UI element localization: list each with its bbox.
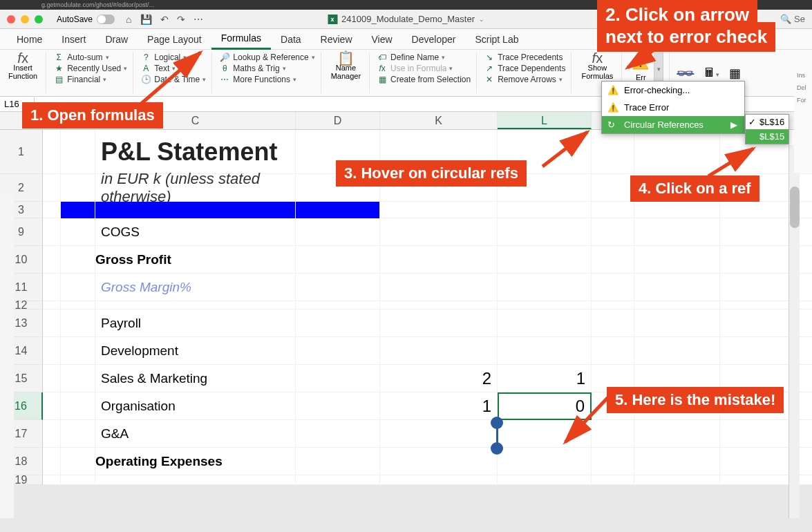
financial-button[interactable]: ▤Financial▾: [53, 75, 127, 84]
cell-L12[interactable]: [498, 301, 592, 310]
cell-A13[interactable]: [43, 310, 61, 337]
cell-A18[interactable]: [43, 448, 61, 475]
minimize-window-button[interactable]: [21, 15, 29, 23]
cell-A2[interactable]: [43, 174, 61, 202]
cell-M10[interactable]: [592, 246, 634, 274]
cell-N19[interactable]: [634, 475, 720, 485]
tab-insert[interactable]: Insert: [52, 30, 95, 49]
cell-M1[interactable]: [592, 130, 634, 174]
cell-L13[interactable]: [498, 310, 592, 337]
col-header-D[interactable]: D: [296, 112, 380, 129]
use-in-formula-button[interactable]: fxUse in Formula▾: [377, 64, 471, 73]
cell-O10[interactable]: [720, 246, 797, 274]
cell-B17[interactable]: [61, 420, 95, 448]
cell-K15[interactable]: 2: [380, 365, 498, 392]
cell-K12[interactable]: [380, 301, 498, 310]
undo-icon[interactable]: ↶: [160, 14, 169, 25]
insert-function-button[interactable]: fx Insert Function: [6, 53, 40, 82]
cell-B16[interactable]: [61, 392, 95, 420]
cell-N14[interactable]: [634, 337, 720, 365]
tab-view[interactable]: View: [362, 30, 402, 49]
cell-L14[interactable]: [498, 337, 592, 365]
cell-O18[interactable]: [720, 448, 797, 475]
cell-D11[interactable]: [296, 274, 380, 301]
cell-D19[interactable]: [296, 475, 380, 485]
cell-M11[interactable]: [592, 274, 634, 301]
tab-formulas[interactable]: Formulas: [211, 28, 271, 50]
cell-C13[interactable]: Payroll: [95, 310, 296, 337]
cell-L19[interactable]: [498, 475, 592, 485]
col-header-L[interactable]: L: [498, 112, 592, 129]
cell-M18[interactable]: [592, 448, 634, 475]
cell-N18[interactable]: [634, 448, 720, 475]
tab-developer[interactable]: Developer: [402, 30, 466, 49]
autosave-toggle[interactable]: AutoSave: [57, 15, 115, 24]
cell-O13[interactable]: [720, 310, 797, 337]
cell-O12[interactable]: [720, 301, 797, 310]
save-icon[interactable]: 💾: [140, 14, 152, 25]
lookup-ref-button[interactable]: 🔎Lookup & Reference▾: [219, 53, 314, 62]
search-button[interactable]: 🔍 Se: [780, 14, 805, 24]
cell-O3[interactable]: [720, 202, 797, 218]
cell-B15[interactable]: [61, 365, 95, 392]
ref-item-L15[interactable]: $L$15: [746, 129, 789, 144]
recently-used-button[interactable]: ★Recently Used▾: [53, 64, 127, 73]
cell-C2[interactable]: in EUR k (unless stated otherwise): [95, 174, 296, 202]
cell-A12[interactable]: [43, 301, 61, 310]
redo-icon[interactable]: ↷: [177, 14, 185, 25]
cell-K17[interactable]: [380, 420, 498, 448]
cell-D9[interactable]: [296, 218, 380, 246]
cell-O17[interactable]: [720, 420, 797, 448]
cell-K19[interactable]: [380, 475, 498, 485]
cell-A17[interactable]: [43, 420, 61, 448]
cell-B14[interactable]: [61, 337, 95, 365]
menu-trace-error[interactable]: ⚠️ Trace Error: [602, 99, 744, 116]
cell-C17[interactable]: G&A: [95, 420, 296, 448]
autosave-switch[interactable]: [97, 15, 115, 24]
tab-home[interactable]: Home: [7, 30, 52, 49]
cell-D15[interactable]: [296, 365, 380, 392]
tab-page-layout[interactable]: Page Layout: [138, 30, 211, 49]
cell-B19[interactable]: [61, 475, 95, 485]
maths-trig-button[interactable]: θMaths & Trig▾: [219, 64, 314, 73]
cell-D13[interactable]: [296, 310, 380, 337]
document-title[interactable]: x 241009_Modulate_Demo_Master ⌄: [328, 14, 484, 24]
trace-dependents-button[interactable]: ↗Trace Dependents: [484, 64, 565, 73]
scroll-thumb[interactable]: [790, 187, 800, 228]
define-name-button[interactable]: 🏷Define Name▾: [377, 53, 471, 62]
cell-L3[interactable]: [498, 202, 592, 218]
calculate-now-icon[interactable]: ▦: [729, 66, 741, 81]
cell-D10[interactable]: [296, 246, 380, 274]
tab-draw[interactable]: Draw: [95, 30, 138, 49]
cell-O19[interactable]: [720, 475, 797, 485]
more-icon[interactable]: ⋯: [193, 14, 203, 25]
calculation-options-icon[interactable]: 🖩▾: [704, 66, 719, 80]
cell-C18[interactable]: Operating Expenses: [95, 448, 296, 475]
cell-K13[interactable]: [380, 310, 498, 337]
cell-C11[interactable]: Gross Margin%: [95, 274, 296, 301]
cell-A15[interactable]: [43, 365, 61, 392]
more-functions-button[interactable]: ⋯More Functions▾: [219, 75, 314, 84]
tab-script-lab[interactable]: Script Lab: [465, 30, 528, 49]
autosum-button[interactable]: ΣAuto-sum▾: [53, 53, 127, 62]
cell-C9[interactable]: COGS: [95, 218, 296, 246]
cell-N10[interactable]: [634, 246, 720, 274]
cell-K10[interactable]: [380, 246, 498, 274]
cell-M9[interactable]: [592, 218, 634, 246]
cell-L9[interactable]: [498, 218, 592, 246]
cell-K9[interactable]: [380, 218, 498, 246]
maximize-window-button[interactable]: [35, 15, 43, 23]
cell-N13[interactable]: [634, 310, 720, 337]
cell-A19[interactable]: [43, 475, 61, 485]
cell-D14[interactable]: [296, 337, 380, 365]
cell-M3[interactable]: [592, 202, 634, 218]
cell-B2[interactable]: [61, 174, 95, 202]
cell-L18[interactable]: [498, 448, 592, 475]
cell-N12[interactable]: [634, 301, 720, 310]
vertical-scrollbar[interactable]: [789, 145, 800, 518]
cell-B12[interactable]: [61, 301, 95, 310]
remove-arrows-button[interactable]: ✕Remove Arrows▾: [484, 75, 565, 84]
cell-M13[interactable]: [592, 310, 634, 337]
cell-K11[interactable]: [380, 274, 498, 301]
cell-C12[interactable]: [95, 301, 296, 310]
